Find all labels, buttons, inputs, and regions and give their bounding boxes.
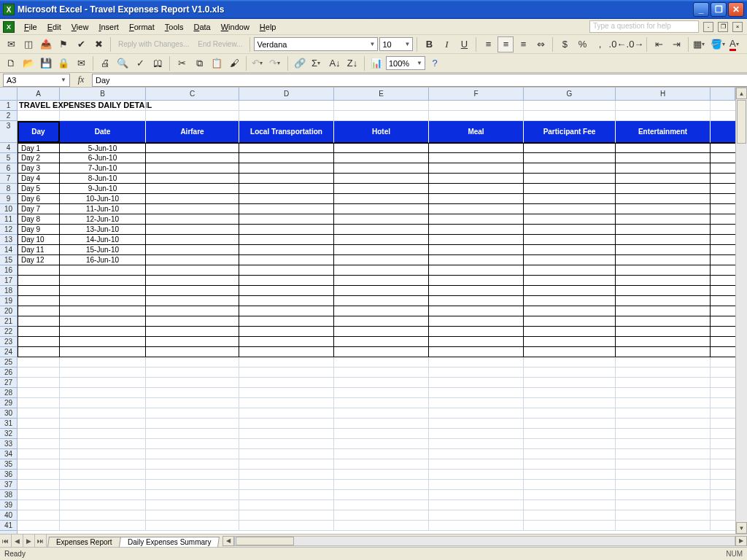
col-header-F[interactable]: F: [429, 88, 524, 100]
scroll-left-button[interactable]: ◀: [222, 536, 234, 546]
col-header-B[interactable]: B: [60, 88, 146, 100]
table-row[interactable]: [18, 316, 735, 327]
new-button[interactable]: 🗋: [3, 55, 19, 71]
row-header-9[interactable]: 9: [0, 194, 17, 204]
row-header-15[interactable]: 15: [0, 255, 17, 265]
autosum-button[interactable]: Σ▾: [309, 55, 325, 71]
fx-icon[interactable]: fx: [73, 74, 89, 85]
mail-button[interactable]: ✉: [73, 55, 89, 71]
close-button[interactable]: ✕: [728, 2, 744, 17]
increase-indent-button[interactable]: ⇥: [668, 36, 684, 52]
paste-button[interactable]: 📋: [209, 55, 225, 71]
row-header-3[interactable]: 3: [0, 121, 17, 143]
hyperlink-button[interactable]: 🔗: [292, 55, 308, 71]
tab-next-button[interactable]: ▶: [23, 534, 35, 547]
open-button[interactable]: 📂: [20, 55, 36, 71]
col-header-E[interactable]: E: [334, 88, 429, 100]
row-header-18[interactable]: 18: [0, 286, 17, 296]
row-header-16[interactable]: 16: [0, 265, 17, 276]
menu-edit[interactable]: Edit: [42, 21, 66, 33]
row-header-25[interactable]: 25: [0, 357, 17, 368]
table-row[interactable]: Day 15-Jun-10: [18, 143, 735, 153]
italic-button[interactable]: I: [438, 36, 454, 52]
row-header-40[interactable]: 40: [0, 510, 17, 521]
help-button[interactable]: ?: [427, 55, 443, 71]
borders-button[interactable]: ▦▾: [692, 36, 708, 52]
comma-button[interactable]: ,: [592, 36, 608, 52]
col-header-A[interactable]: A: [18, 88, 60, 100]
select-all-corner[interactable]: [0, 88, 18, 101]
row-header-2[interactable]: 2: [0, 111, 17, 121]
row-header-6[interactable]: 6: [0, 163, 17, 174]
increase-decimal-button[interactable]: .0←: [609, 36, 625, 52]
blank-row[interactable]: [18, 111, 735, 121]
column-headers[interactable]: ABCDEFGH: [18, 88, 735, 101]
undo-button[interactable]: ↶▾: [250, 55, 266, 71]
align-center-button[interactable]: ≡: [498, 36, 514, 52]
mdi-restore-button[interactable]: ❐: [718, 22, 728, 32]
row-header-10[interactable]: 10: [0, 204, 17, 214]
row-header-32[interactable]: 32: [0, 429, 17, 439]
col-header-H[interactable]: H: [616, 88, 711, 100]
row-header-23[interactable]: 23: [0, 337, 17, 347]
table-row[interactable]: Day 1216-Jun-10: [18, 255, 735, 265]
table-row[interactable]: Day 1115-Jun-10: [18, 245, 735, 255]
row-header-37[interactable]: 37: [0, 480, 17, 490]
col-header-D[interactable]: D: [239, 88, 334, 100]
table-row[interactable]: Day 812-Jun-10: [18, 214, 735, 225]
flag-icon[interactable]: ⚑: [55, 36, 71, 52]
table-row[interactable]: Day 913-Jun-10: [18, 225, 735, 235]
research-button[interactable]: 🕮: [150, 55, 166, 71]
save-button[interactable]: 💾: [38, 55, 54, 71]
new-mail-icon[interactable]: ✉: [3, 36, 19, 52]
empty-row[interactable]: [18, 429, 735, 439]
row-header-19[interactable]: 19: [0, 296, 17, 306]
menu-tools[interactable]: Tools: [160, 21, 189, 33]
row-header-26[interactable]: 26: [0, 368, 17, 378]
mdi-close-button[interactable]: ×: [732, 22, 743, 32]
chart-wizard-button[interactable]: 📊: [368, 55, 384, 71]
minimize-button[interactable]: _: [693, 2, 709, 17]
help-search-box[interactable]: Type a question for help: [589, 20, 699, 33]
empty-row[interactable]: [18, 398, 735, 408]
row-header-28[interactable]: 28: [0, 388, 17, 398]
empty-row[interactable]: [18, 480, 735, 490]
table-row[interactable]: [18, 265, 735, 276]
row-header-41[interactable]: 41: [0, 521, 17, 531]
font-size-combo[interactable]: 10▼: [379, 37, 413, 51]
copy-button[interactable]: ⧉: [191, 55, 207, 71]
tab-first-button[interactable]: ⏮: [0, 534, 12, 547]
menu-view[interactable]: View: [66, 21, 94, 33]
send-review-icon[interactable]: 📤: [38, 36, 54, 52]
reject-change-icon[interactable]: ✖: [90, 36, 107, 52]
scroll-right-button[interactable]: ▶: [735, 536, 747, 546]
row-header-33[interactable]: 33: [0, 439, 17, 449]
align-left-button[interactable]: ≡: [480, 36, 496, 52]
row-header-20[interactable]: 20: [0, 306, 17, 316]
col-header-C[interactable]: C: [146, 88, 239, 100]
vertical-scroll-thumb[interactable]: [737, 100, 746, 144]
table-row[interactable]: [18, 276, 735, 286]
table-header-row[interactable]: DayDateAirfareLocal TransportationHotelM…: [18, 121, 735, 143]
row-header-13[interactable]: 13: [0, 235, 17, 245]
table-row[interactable]: Day 610-Jun-10: [18, 194, 735, 204]
permission-button[interactable]: 🔒: [55, 55, 71, 71]
empty-row[interactable]: [18, 470, 735, 480]
tab-last-button[interactable]: ⏭: [35, 534, 47, 547]
row-header-34[interactable]: 34: [0, 449, 17, 459]
accept-change-icon[interactable]: ✔: [73, 36, 89, 52]
table-row[interactable]: [18, 286, 735, 296]
table-row[interactable]: [18, 337, 735, 347]
maximize-button[interactable]: ❐: [711, 2, 727, 17]
menu-help[interactable]: Help: [255, 21, 282, 33]
sort-desc-button[interactable]: Z↓: [344, 55, 360, 71]
table-row[interactable]: Day 711-Jun-10: [18, 204, 735, 214]
sheet-tab-daily-expenses-summary[interactable]: Daily Expenses Summary: [119, 537, 220, 547]
row-header-30[interactable]: 30: [0, 408, 17, 419]
row-header-39[interactable]: 39: [0, 500, 17, 510]
table-row[interactable]: [18, 347, 735, 357]
row-header-5[interactable]: 5: [0, 153, 17, 163]
row-header-14[interactable]: 14: [0, 245, 17, 255]
row-header-31[interactable]: 31: [0, 419, 17, 429]
decrease-indent-button[interactable]: ⇤: [651, 36, 667, 52]
